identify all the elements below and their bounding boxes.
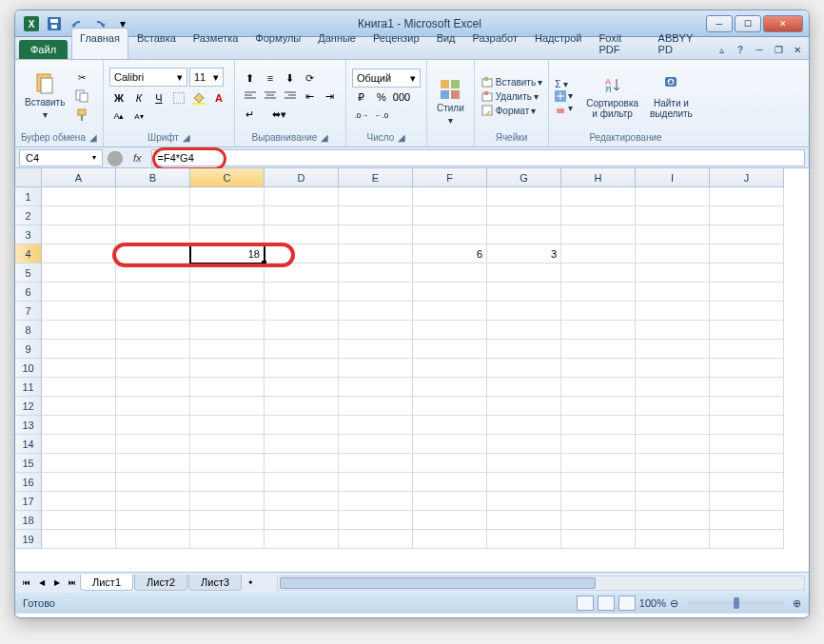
cell[interactable] xyxy=(636,511,710,530)
cell[interactable] xyxy=(710,435,784,454)
ribbon-tab-рецензир[interactable]: Рецензир xyxy=(364,28,428,59)
row-header[interactable]: 7 xyxy=(15,302,42,321)
cell[interactable] xyxy=(42,187,116,206)
cell[interactable] xyxy=(561,454,636,473)
cell[interactable] xyxy=(636,302,710,321)
cell[interactable] xyxy=(265,397,339,416)
increase-font-icon[interactable]: A▴ xyxy=(109,107,128,125)
workbook-min-icon[interactable]: ─ xyxy=(752,42,767,57)
column-header[interactable]: I xyxy=(636,168,710,187)
font-name-combo[interactable]: Calibri▾ xyxy=(109,68,187,87)
cell[interactable] xyxy=(265,302,339,321)
cell[interactable] xyxy=(42,302,116,321)
cell[interactable] xyxy=(413,263,487,283)
cell[interactable] xyxy=(190,340,265,359)
styles-button[interactable]: Стили ▾ xyxy=(433,74,468,129)
decrease-indent-icon[interactable]: ⇤ xyxy=(301,88,320,105)
cell[interactable] xyxy=(265,511,339,530)
next-sheet-icon[interactable]: ▶ xyxy=(49,576,65,591)
cell[interactable] xyxy=(265,359,339,378)
ribbon-tab-foxit pdf[interactable]: Foxit PDF xyxy=(590,28,649,59)
sheet-tab[interactable]: Лист2 xyxy=(134,575,187,591)
cell[interactable] xyxy=(561,263,636,283)
cell[interactable] xyxy=(42,378,116,397)
cell[interactable] xyxy=(116,263,190,283)
cell[interactable] xyxy=(636,225,710,244)
delete-cells-button[interactable]: Удалить ▾ xyxy=(481,89,542,103)
row-header[interactable]: 10 xyxy=(15,359,42,378)
cell[interactable] xyxy=(116,283,190,302)
decrease-font-icon[interactable]: A▾ xyxy=(129,107,148,125)
cell[interactable] xyxy=(636,492,710,511)
cell[interactable] xyxy=(265,321,339,340)
cell[interactable] xyxy=(339,263,413,283)
cell[interactable] xyxy=(561,473,636,492)
column-header[interactable]: G xyxy=(487,168,561,187)
cell[interactable] xyxy=(561,511,636,530)
cell[interactable] xyxy=(487,492,561,511)
row-header[interactable]: 12 xyxy=(15,397,42,416)
cell[interactable] xyxy=(636,416,710,435)
cell[interactable] xyxy=(413,225,487,244)
cell[interactable] xyxy=(339,206,413,225)
cell[interactable] xyxy=(339,340,413,359)
cell[interactable] xyxy=(116,397,190,416)
bold-button[interactable]: Ж xyxy=(109,89,128,107)
column-header[interactable]: E xyxy=(339,168,413,187)
horizontal-scrollbar[interactable] xyxy=(277,576,805,591)
cell[interactable] xyxy=(710,492,784,511)
cell[interactable] xyxy=(116,378,190,397)
cell[interactable] xyxy=(561,206,636,225)
ribbon-tab-данные[interactable]: Данные xyxy=(309,28,364,59)
row-header[interactable]: 9 xyxy=(15,340,42,359)
cell[interactable] xyxy=(487,397,561,416)
cell[interactable] xyxy=(636,206,710,225)
close-button[interactable]: ✕ xyxy=(763,15,803,32)
cell[interactable] xyxy=(561,302,636,321)
cell[interactable] xyxy=(42,206,116,225)
cell[interactable] xyxy=(265,244,339,263)
cell[interactable] xyxy=(413,359,487,378)
cell[interactable] xyxy=(116,435,190,454)
cell[interactable] xyxy=(116,187,190,206)
cell[interactable] xyxy=(710,416,784,435)
copy-icon[interactable] xyxy=(72,88,91,105)
cell[interactable] xyxy=(487,263,561,283)
cell[interactable] xyxy=(339,530,413,549)
name-box[interactable]: C4▾ xyxy=(19,149,103,166)
cell[interactable] xyxy=(710,511,784,530)
cell[interactable] xyxy=(413,435,487,454)
dialog-launcher-icon[interactable]: ◢ xyxy=(321,132,328,143)
page-break-view-icon[interactable] xyxy=(618,595,636,611)
cell[interactable] xyxy=(190,511,265,530)
decrease-decimal-icon[interactable]: ←.0 xyxy=(372,107,391,124)
cell[interactable] xyxy=(636,263,710,283)
row-header[interactable]: 14 xyxy=(15,435,42,454)
row-header[interactable]: 8 xyxy=(15,321,42,340)
sheet-tab[interactable]: Лист3 xyxy=(188,575,242,591)
cell[interactable] xyxy=(190,302,265,321)
cell[interactable] xyxy=(413,473,487,492)
cell[interactable] xyxy=(42,530,116,549)
cell[interactable] xyxy=(561,359,636,378)
merge-cells-icon[interactable]: ⬌▾ xyxy=(261,106,299,123)
cell[interactable] xyxy=(190,530,265,549)
help-icon[interactable]: ? xyxy=(733,42,748,57)
column-header[interactable]: C xyxy=(190,168,265,187)
cell[interactable] xyxy=(561,321,636,340)
row-header[interactable]: 18 xyxy=(15,511,42,530)
row-header[interactable]: 5 xyxy=(15,263,42,283)
cell[interactable] xyxy=(116,340,190,359)
last-sheet-icon[interactable]: ⏭ xyxy=(65,576,80,591)
grid[interactable]: ABCDEFGHIJ123418635678910111213141516171… xyxy=(15,168,809,549)
format-cells-button[interactable]: Формат ▾ xyxy=(481,104,542,117)
cell[interactable] xyxy=(487,187,561,206)
cell[interactable] xyxy=(487,359,561,378)
cell[interactable] xyxy=(636,187,710,206)
zoom-out-button[interactable]: ⊖ xyxy=(670,597,678,610)
italic-button[interactable]: К xyxy=(129,89,148,107)
new-sheet-icon[interactable]: ✦ xyxy=(243,576,258,591)
cell[interactable] xyxy=(487,454,561,473)
align-center-icon[interactable] xyxy=(261,88,280,105)
save-icon[interactable] xyxy=(44,14,65,33)
